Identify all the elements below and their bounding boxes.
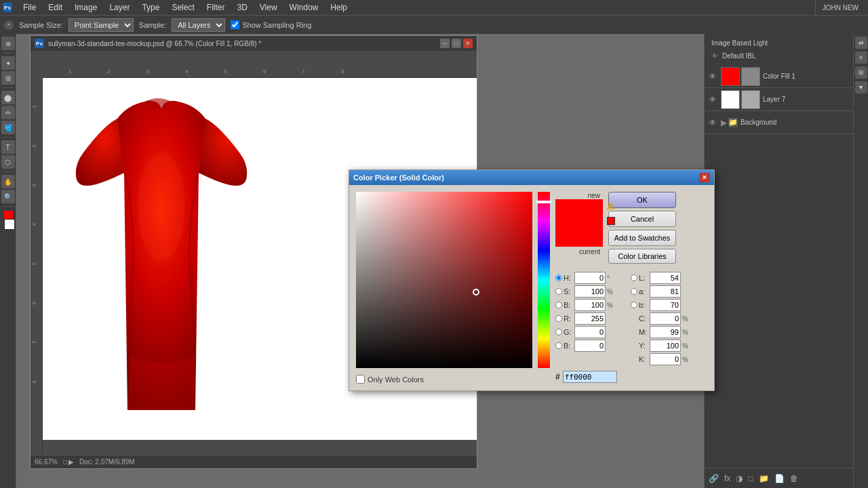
tool-eyedropper[interactable]: ⊕	[1, 37, 15, 50]
add-to-swatches-button[interactable]: Add to Swatches	[608, 230, 676, 246]
user-button[interactable]: JOHN NEW	[815, 0, 865, 15]
minimize-button[interactable]: ─	[440, 39, 450, 48]
layer-row-background[interactable]: 👁 ▶ 📁 Background	[705, 111, 853, 134]
status-icon-1[interactable]: □	[63, 458, 67, 466]
new-color-swatch[interactable]	[555, 199, 603, 223]
tool-2[interactable]: ⊞	[1, 71, 15, 85]
right-panel-icon-4[interactable]: ▼	[855, 81, 867, 94]
menu-3d[interactable]: 3D	[231, 1, 252, 14]
menu-help[interactable]: Help	[325, 1, 353, 14]
b2-label: b:	[639, 301, 648, 309]
tool-zoom[interactable]: 🔍	[1, 190, 15, 203]
gamut-color-box[interactable]	[607, 217, 615, 225]
new-label: new	[555, 192, 603, 199]
menu-filter[interactable]: Filter	[201, 1, 231, 14]
menu-type[interactable]: Type	[136, 1, 165, 14]
maximize-button[interactable]: □	[452, 39, 461, 48]
ruler-vertical: 1 2 3 4 5 6 7 8	[31, 78, 43, 453]
show-sampling-ring-checkbox[interactable]	[231, 20, 239, 29]
layer-visibility-3[interactable]: 👁	[707, 117, 718, 128]
color-libraries-button[interactable]: Color Libraries	[608, 249, 676, 264]
delete-icon[interactable]: 🗑	[790, 474, 798, 483]
folder-icon[interactable]: 📁	[759, 474, 769, 483]
g-radio[interactable]	[555, 329, 562, 336]
right-panel-icon-1[interactable]: ⇄	[855, 37, 867, 49]
s-unit: %	[607, 288, 613, 296]
b-input[interactable]: 100	[574, 299, 606, 311]
k-input[interactable]: 0	[650, 353, 681, 365]
fx-icon[interactable]: fx	[724, 474, 730, 483]
r-radio[interactable]	[555, 315, 562, 322]
toolbar-separator-2	[3, 87, 14, 88]
tool-7[interactable]: ⬡	[1, 155, 15, 169]
layer-row-color-fill[interactable]: 👁 Color Fill 1	[705, 65, 853, 88]
tool-5[interactable]: 🪣	[1, 121, 15, 134]
sample-select[interactable]: All Layers	[172, 18, 225, 32]
sample-size-select[interactable]: Point Sample	[68, 18, 134, 32]
adjustment-icon[interactable]: ◑	[736, 474, 743, 483]
menu-file[interactable]: File	[18, 1, 41, 14]
l-input[interactable]: 54	[650, 272, 681, 284]
cancel-button[interactable]: Cancel	[608, 211, 676, 227]
dialog-close-button[interactable]: ✕	[699, 173, 710, 182]
tool-hand[interactable]: ✋	[1, 175, 15, 188]
layer-visibility-2[interactable]: 👁	[707, 94, 718, 105]
menu-edit[interactable]: Edit	[43, 1, 68, 14]
b-radio[interactable]	[555, 302, 562, 308]
hue-slider[interactable]	[538, 192, 550, 368]
spectrum-cursor	[473, 289, 479, 296]
layer-visibility-1[interactable]: 👁	[707, 71, 718, 82]
group-expand-icon[interactable]: ▶	[721, 118, 727, 127]
menu-image[interactable]: Image	[69, 1, 102, 14]
close-button[interactable]: ✕	[463, 39, 473, 48]
link-icon[interactable]: 🔗	[709, 474, 719, 483]
blue-radio[interactable]	[555, 342, 562, 349]
a-radio[interactable]	[631, 288, 637, 295]
only-web-colors-checkbox[interactable]	[356, 375, 365, 384]
menu-view[interactable]: View	[254, 1, 283, 14]
layer-name-1: Color Fill 1	[763, 73, 850, 80]
b2-radio[interactable]	[631, 302, 637, 308]
layer-row-layer7[interactable]: 👁 Layer 7	[705, 88, 853, 111]
tool-3[interactable]: ⬤	[1, 91, 15, 104]
right-panel-icon-3[interactable]: ⊞	[855, 66, 867, 79]
mask-icon[interactable]: □	[748, 474, 753, 483]
eye-icon[interactable]: 👁	[711, 52, 718, 60]
background-color[interactable]	[4, 219, 15, 230]
m-input[interactable]: 99	[650, 326, 681, 338]
c-input[interactable]: 0	[650, 312, 681, 325]
layer-thumbs-2	[721, 90, 760, 109]
tool-4[interactable]: ✏	[1, 106, 15, 119]
tool-6[interactable]: T	[1, 140, 15, 154]
hex-input[interactable]: ff0000	[563, 371, 617, 383]
r-input[interactable]: 255	[574, 312, 606, 325]
h-input[interactable]: 0	[574, 272, 606, 284]
layer-color-thumb-2	[721, 90, 740, 109]
color-spectrum[interactable]	[356, 192, 532, 368]
right-panel-icon-2[interactable]: ≡	[855, 52, 867, 64]
right-icons-panel: ⇄ ≡ ⊞ ▼	[853, 34, 868, 488]
menu-window[interactable]: Window	[284, 1, 324, 14]
gamut-warning-icon[interactable]: ⚠	[606, 201, 615, 211]
menu-layer[interactable]: Layer	[104, 1, 135, 14]
new-layer-icon[interactable]: 📄	[774, 474, 785, 483]
g-input[interactable]: 0	[574, 326, 606, 338]
ps-statusbar: 66.67% □ ▶ Doc: 2.07M/6.89M	[31, 455, 477, 468]
s-radio[interactable]	[555, 288, 562, 295]
tool-icon-small: +	[4, 20, 14, 30]
tool-1[interactable]: ✦	[1, 56, 15, 70]
sample-label: Sample:	[139, 21, 166, 29]
s-input[interactable]: 100	[574, 285, 606, 298]
show-sampling-ring-label[interactable]: Show Sampling Ring	[231, 20, 311, 29]
y-input[interactable]: 100	[650, 340, 681, 352]
status-icon-2[interactable]: ▶	[68, 458, 74, 466]
l-radio[interactable]	[631, 274, 637, 281]
ok-button[interactable]: OK	[608, 192, 676, 208]
only-web-colors-row[interactable]: Only Web Colors	[356, 375, 532, 384]
blue-input[interactable]: 0	[574, 340, 606, 352]
sample-size-label: Sample Size:	[19, 21, 63, 29]
a-input[interactable]: 81	[650, 285, 681, 298]
h-radio[interactable]	[555, 274, 562, 281]
menu-select[interactable]: Select	[166, 1, 199, 14]
b2-input[interactable]: 70	[650, 299, 681, 311]
